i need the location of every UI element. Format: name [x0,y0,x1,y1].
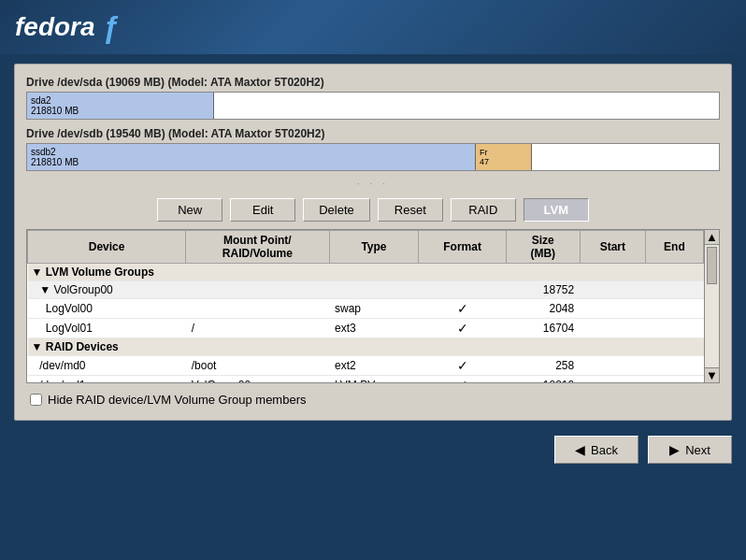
main-panel: Drive /dev/sda (19069 MB) (Model: ATA Ma… [14,64,732,421]
table-row: /dev/md1 VolGroup00 LVM PV ✓ 18810 [28,376,704,384]
next-arrow-icon: ▶ [669,442,680,457]
col-type: Type [329,231,419,264]
scroll-down-button[interactable]: ▼ [705,367,719,382]
drive-sda-bar: sda2 218810 MB [26,92,720,120]
brand-icon: ƒ [103,10,120,45]
new-button[interactable]: New [157,198,222,222]
delete-button[interactable]: Delete [303,198,370,222]
drive-sdb-segment-size: 218810 MB [31,157,471,167]
back-button[interactable]: ◀ Back [554,436,638,464]
raid-section-header: ▼ RAID Devices [28,338,704,356]
brand-text: fedora [15,12,95,42]
edit-button[interactable]: Edit [230,198,295,222]
fedora-logo: fedora ƒ [15,10,119,45]
col-mount: Mount Point/RAID/Volume [186,231,329,264]
drive-sda-segment-size: 218810 MB [31,106,209,116]
volgroup00-row: ▼ VolGroup00 18752 [28,281,704,299]
back-arrow-icon: ◀ [575,442,585,457]
drive-sdb-label: Drive /dev/sdb (19540 MB) (Model: ATA Ma… [26,127,720,140]
drive-sda-label: Drive /dev/sda (19069 MB) (Model: ATA Ma… [26,76,720,89]
reset-button[interactable]: Reset [378,198,443,222]
drive-sda-segment-name: sda2 [31,95,209,106]
partition-table: Device Mount Point/RAID/Volume Type Form… [27,230,704,383]
nav-row: ◀ Back ▶ Next [0,436,746,464]
table-row: LogVol00 swap ✓ 2048 [28,299,704,319]
dots-separator: · · · [26,179,720,189]
col-end: End [645,231,703,264]
partition-table-wrapper: Device Mount Point/RAID/Volume Type Form… [26,229,720,383]
lvm-button[interactable]: LVM [524,198,589,222]
scroll-track [705,245,719,367]
partition-table-container[interactable]: Device Mount Point/RAID/Volume Type Form… [26,229,705,383]
hide-members-row: Hide RAID device/LVM Volume Group member… [26,391,720,409]
action-buttons-row: New Edit Delete Reset RAID LVM [26,198,720,222]
drive-sdb-used-segment: ssdb2 218810 MB [27,144,476,170]
lvm-section-header: ▼ LVM Volume Groups [28,264,704,281]
drive-sdb-bar: ssdb2 218810 MB Fr 47 [26,143,720,171]
table-scrollbar[interactable]: ▲ ▼ [705,229,720,383]
hide-members-label: Hide RAID device/LVM Volume Group member… [48,393,306,407]
col-format: Format [419,231,506,264]
drive-sdb-section: Drive /dev/sdb (19540 MB) (Model: ATA Ma… [26,127,720,171]
hide-members-checkbox[interactable] [30,394,42,406]
next-button[interactable]: ▶ Next [648,436,732,464]
back-label: Back [591,443,618,457]
table-row: LogVol01 / ext3 ✓ 16704 [28,319,704,338]
scroll-up-button[interactable]: ▲ [705,230,719,245]
col-start: Start [580,231,645,264]
col-size: Size(MB) [506,231,580,264]
table-header-row: Device Mount Point/RAID/Volume Type Form… [28,231,704,264]
raid-button[interactable]: RAID [451,198,516,222]
header: fedora ƒ [0,0,746,54]
table-row: /dev/md0 /boot ext2 ✓ 258 [28,356,704,376]
drive-sdb-free-segment: Fr 47 [476,144,532,170]
next-label: Next [685,443,710,457]
scroll-thumb[interactable] [707,247,717,284]
drive-sda-used-segment: sda2 218810 MB [27,93,214,119]
drive-sdb-segment-name: ssdb2 [31,147,471,157]
drive-sda-section: Drive /dev/sda (19069 MB) (Model: ATA Ma… [26,76,720,120]
col-device: Device [28,231,186,264]
